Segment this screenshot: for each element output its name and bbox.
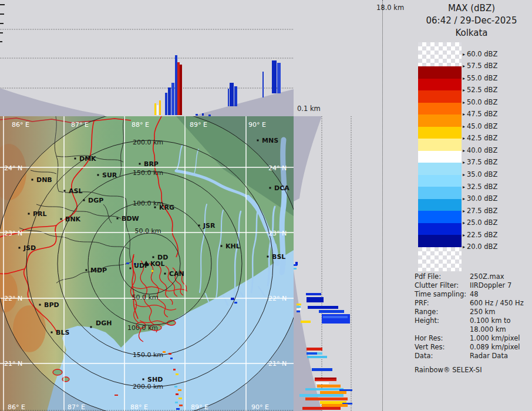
scale-band-transparent-bottom [418,247,462,271]
metadata-label: Range: [415,308,470,316]
scale-tick-label: ▸25.0 dBZ [463,219,527,227]
city-label: BNK [65,215,81,223]
metadata-row: Height:0.100 km to [415,316,532,325]
city-dot [257,140,259,142]
longitude-label: 89° E [190,121,207,129]
station-name: Kolkata [411,27,532,39]
longitude-label: 90° E [251,403,269,411]
city-dot [86,269,87,271]
echo-bar [306,293,321,295]
range-ring-label: 150.0 km [133,351,163,359]
city-label: BDW [122,215,139,223]
city-label: SHD [147,376,163,383]
scale-tick-label: ▸40.0 dBZ [463,147,527,155]
scale-color-band [418,199,462,211]
metadata-row: Time sampling:48 [415,290,532,299]
city-dot [64,190,66,192]
echo-speck [170,358,173,359]
echo-bar [307,352,317,355]
echo-bar [305,388,344,390]
echo-bar [301,321,311,323]
echo-bar [168,87,171,115]
metadata-row: Pdf File:250Z.max [415,272,532,281]
echo-bar [319,310,344,313]
city-dot [221,245,223,247]
city-label: DNB [36,176,52,184]
metadata-label: PRF: [415,299,470,308]
city-dot [154,207,156,208]
echo-bar [297,308,301,310]
echo-bar [294,264,297,266]
scale-tick-label: ▸52.5 dBZ [463,86,527,95]
scale-tick-label: ▸35.0 dBZ [463,171,527,179]
latitude-label: 24° N [268,164,287,172]
metadata-value: 48 [470,290,479,299]
metadata-value: 250Z.max [470,272,504,281]
echo-bar [196,114,198,116]
metadata-value: IIRDoppler 7 [470,281,511,290]
city-label: PRL [33,210,47,218]
radar-map-panel: 200.0 km150.0 km100.0 km50.0 km50.0 km10… [0,116,294,411]
echo-bar [177,62,180,115]
echo-speck [176,393,179,395]
scale-tick-label: ▸60.0 dBZ [463,50,527,59]
metadata-value: 250 km [470,308,495,316]
echo-bar [317,352,322,355]
echo-speck [173,369,176,370]
profile-base-height-label: 0.1 km [297,105,321,113]
scale-color-band [418,139,462,151]
echo-bar [302,407,341,410]
metadata-value: 0.100 km to [470,316,511,325]
city-label: DMK [79,155,96,163]
echo-bar [294,268,297,269]
echo-bar [305,397,348,400]
echo-bar [312,368,332,371]
scale-color-band [418,163,462,175]
city-dot [19,247,21,249]
echo-bar [159,100,161,115]
echo-speck [126,262,129,264]
metadata-row: 18.000 km [415,325,532,334]
scale-tick-label: ▸50.0 dBZ [463,99,527,107]
metadata-row: Range:250 km [415,308,532,316]
scale-tick-label: ▸27.5 dBZ [463,207,527,215]
city-dot [267,256,269,258]
echo-bar [307,297,324,302]
echo-speck [179,405,183,406]
scale-tick-label: ▸47.5 dBZ [463,110,527,119]
product-datetime: 06:42 / 29-Dec-2025 [411,15,532,27]
metadata-value: Radar Data [470,352,508,361]
city-dot [270,187,271,189]
city-dot [90,326,92,328]
latitude-label: 24° N [4,164,22,172]
longitude-label: 87° E [68,403,85,411]
city-dot [97,174,99,176]
scale-color-band [418,90,462,103]
echo-bar [297,304,301,305]
metadata-row: Hor Res:1.000 km/pixel [415,334,532,343]
echo-speck [234,302,237,304]
city-label: DGP [88,197,103,204]
legend-title-block: MAX (dBZ) 06:42 / 29-Dec-2025 Kolkata [411,2,532,39]
metadata-label: Vert Res: [415,343,470,352]
range-ring-label: 50.0 km [132,294,158,301]
scale-arrow-icon: ▸ [463,244,465,250]
city-dot [164,273,166,275]
metadata-row: Data:Radar Data [415,352,532,361]
echo-bar [323,316,348,318]
city-dot [83,200,85,201]
metadata-label: Data: [415,352,470,361]
scale-arrow-icon: ▸ [463,233,465,238]
scale-arrow-icon: ▸ [463,220,465,225]
longitude-label: 86° E [12,121,29,129]
echo-bar [230,83,234,106]
metadata-value: 0.089 km/pixel [470,343,520,352]
echo-bar [272,60,277,93]
city-label: DCA [274,184,289,192]
scale-tick-label: ▸22.5 dBZ [463,231,527,240]
height-tick [0,32,3,33]
echo-bar [320,391,346,394]
latitude-label: 23° N [268,230,287,237]
echo-speck [174,386,177,388]
scale-color-band [418,235,462,247]
